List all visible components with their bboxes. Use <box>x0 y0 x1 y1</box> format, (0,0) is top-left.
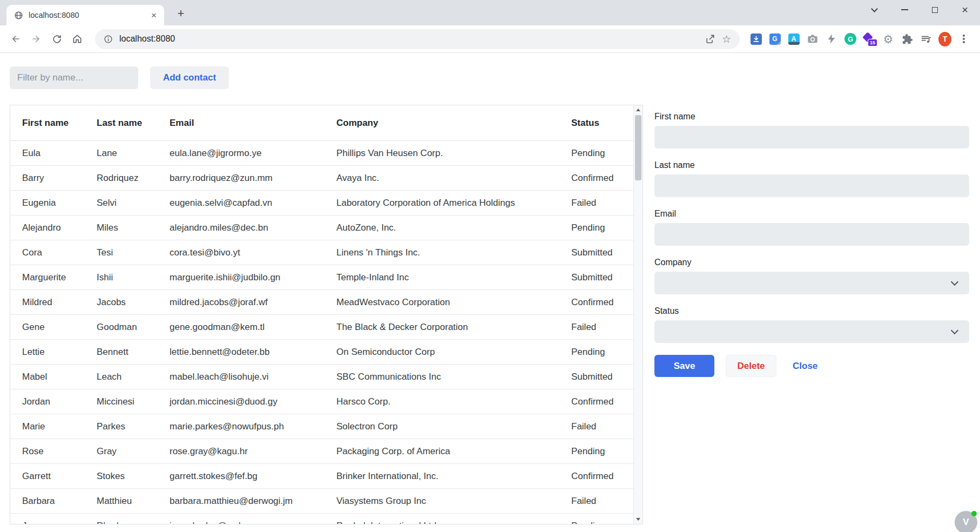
table-cell: barry.rodriquez@zun.mm <box>170 173 336 184</box>
download-extension-icon[interactable] <box>749 32 762 45</box>
reload-icon[interactable] <box>46 29 67 49</box>
table-row[interactable]: EulaLaneeula.lane@jigrormo.yePhillips Va… <box>10 141 643 166</box>
scroll-down-icon[interactable] <box>634 515 643 524</box>
table-row[interactable]: CoraTesicora.tesi@bivo.ytLinens 'n Thing… <box>10 240 643 265</box>
window-controls: × <box>859 0 980 19</box>
table-row[interactable]: MabelLeachmabel.leach@lisohuje.viSBC Com… <box>10 365 643 389</box>
add-contact-button[interactable]: Add contact <box>150 66 229 89</box>
table-cell: Jean <box>22 521 97 525</box>
close-button[interactable]: Close <box>793 361 817 372</box>
grammarly-extension-icon[interactable]: G <box>844 32 857 45</box>
table-cell: Submitted <box>571 272 643 283</box>
table-row[interactable]: MarieParkesmarie.parkes@nowufpus.phSolec… <box>10 414 643 439</box>
contacts-app-page: Add contact First nameLast nameEmailComp… <box>0 53 980 531</box>
table-row[interactable]: AlejandroMilesalejandro.miles@dec.bnAuto… <box>10 216 643 240</box>
column-header[interactable]: First name <box>22 118 97 129</box>
table-cell: Confirmed <box>571 396 643 407</box>
globe-icon <box>14 11 23 20</box>
url-text[interactable]: localhost:8080 <box>119 34 175 44</box>
table-cell: jordan.miccinesi@duod.gy <box>170 396 336 407</box>
share-icon[interactable] <box>705 34 715 44</box>
table-row[interactable]: BarryRodriquezbarry.rodriquez@zun.mmAvay… <box>10 166 643 191</box>
camera-extension-icon[interactable] <box>806 32 819 45</box>
save-button[interactable]: Save <box>654 355 714 377</box>
forward-icon[interactable] <box>26 29 46 49</box>
overlay-widget-badge[interactable]: V <box>955 511 977 532</box>
browser-window: localhost:8080 × + × localhost:8080 <box>0 0 980 53</box>
table-cell: The Black & Decker Corporation <box>336 322 571 333</box>
table-cell: Lane <box>97 148 170 159</box>
address-bar[interactable]: localhost:8080 ☆ <box>95 29 740 49</box>
table-cell: Ishii <box>97 272 170 283</box>
company-select[interactable] <box>654 272 969 294</box>
table-row[interactable]: MargueriteIshiimarguerite.ishii@judbilo.… <box>10 265 643 290</box>
delete-button[interactable]: Delete <box>726 355 776 377</box>
table-row[interactable]: LettieBennettlettie.bennett@odeter.bbOn … <box>10 340 643 365</box>
table-cell: Eula <box>22 148 97 159</box>
table-cell: Temple-Inland Inc <box>336 272 571 283</box>
status-select[interactable] <box>654 320 969 343</box>
scrollbar-thumb[interactable] <box>635 115 641 180</box>
table-row[interactable]: JordanMiccinesijordan.miccinesi@duod.gyH… <box>10 389 643 414</box>
email-input[interactable] <box>654 223 969 246</box>
table-row[interactable]: GeneGoodmangene.goodman@kem.tlThe Black … <box>10 315 643 340</box>
bookmark-star-icon[interactable]: ☆ <box>722 33 731 45</box>
table-cell: Linens 'n Things Inc. <box>336 247 571 258</box>
back-icon[interactable] <box>5 29 26 49</box>
status-dot <box>971 511 977 516</box>
last-name-label: Last name <box>654 160 969 170</box>
lightning-extension-icon[interactable] <box>825 32 838 45</box>
column-header[interactable]: Company <box>336 118 571 129</box>
column-header[interactable]: Status <box>571 118 643 129</box>
table-cell: Jordan <box>22 396 97 407</box>
table-cell: Matthieu <box>97 496 170 507</box>
table-cell: Miccinesi <box>97 396 170 407</box>
table-cell: marie.parkes@nowufpus.ph <box>170 421 336 432</box>
table-cell: Packaging Corp. of America <box>336 446 571 457</box>
tab-close-icon[interactable]: × <box>148 9 160 21</box>
browser-tab[interactable]: localhost:8080 × <box>6 5 164 25</box>
table-cell: Brinker International, Inc. <box>336 471 571 482</box>
company-label: Company <box>654 258 969 267</box>
browser-menu-icon[interactable] <box>957 32 970 45</box>
education-extension-icon[interactable]: 15 <box>863 32 876 45</box>
media-queue-icon[interactable] <box>920 32 932 45</box>
table-cell: mabel.leach@lisohuje.vi <box>170 372 336 382</box>
window-close-icon[interactable]: × <box>950 0 980 19</box>
site-info-icon[interactable] <box>104 35 113 44</box>
tab-strip: localhost:8080 × + × <box>0 0 980 25</box>
keyboard-extension-icon[interactable]: A <box>787 32 800 45</box>
table-row[interactable]: MildredJacobsmildred.jacobs@joraf.wfMead… <box>10 290 643 315</box>
table-row[interactable]: EugeniaSelvieugenia.selvi@capfad.vnLabor… <box>10 191 643 216</box>
column-header[interactable]: Last name <box>97 118 170 129</box>
translate-extension-icon[interactable]: G <box>768 32 781 45</box>
gear-icon[interactable]: ⚙ <box>882 32 895 45</box>
last-name-input[interactable] <box>654 174 969 197</box>
tab-search-chevron-icon[interactable] <box>859 0 889 19</box>
table-cell: Confirmed <box>571 471 643 482</box>
table-cell: Lettie <box>22 347 97 358</box>
table-cell: Pending <box>571 446 643 457</box>
puzzle-extensions-icon[interactable] <box>901 32 914 45</box>
scroll-up-icon[interactable] <box>634 105 643 115</box>
table-cell: alejandro.miles@dec.bn <box>170 223 336 233</box>
home-icon[interactable] <box>67 29 87 49</box>
table-row[interactable]: GarrettStokesgarrett.stokes@fef.bgBrinke… <box>10 464 643 489</box>
table-row[interactable]: BarbaraMatthieubarbara.matthieu@derwogi.… <box>10 489 643 514</box>
minimize-icon[interactable] <box>889 0 920 19</box>
column-header[interactable]: Email <box>170 118 336 129</box>
table-cell: Alejandro <box>22 223 97 233</box>
maximize-icon[interactable] <box>920 0 950 19</box>
chevron-down-icon <box>951 327 958 334</box>
profile-avatar[interactable]: T <box>938 32 951 45</box>
table-cell: Phillips Van Heusen Corp. <box>336 148 571 159</box>
filter-input[interactable] <box>10 66 138 89</box>
table-scrollbar[interactable] <box>633 105 643 524</box>
table-cell: Garrett <box>22 471 97 482</box>
table-row[interactable]: RoseGrayrose.gray@kagu.hrPackaging Corp.… <box>10 439 643 464</box>
table-cell: Pending <box>571 148 643 159</box>
table-row[interactable]: JeanRhodesjean.rhodes@wehovuce.guReebok … <box>10 514 643 524</box>
new-tab-button[interactable]: + <box>173 5 189 22</box>
table-cell: Gray <box>97 446 170 457</box>
first-name-input[interactable] <box>654 126 969 149</box>
